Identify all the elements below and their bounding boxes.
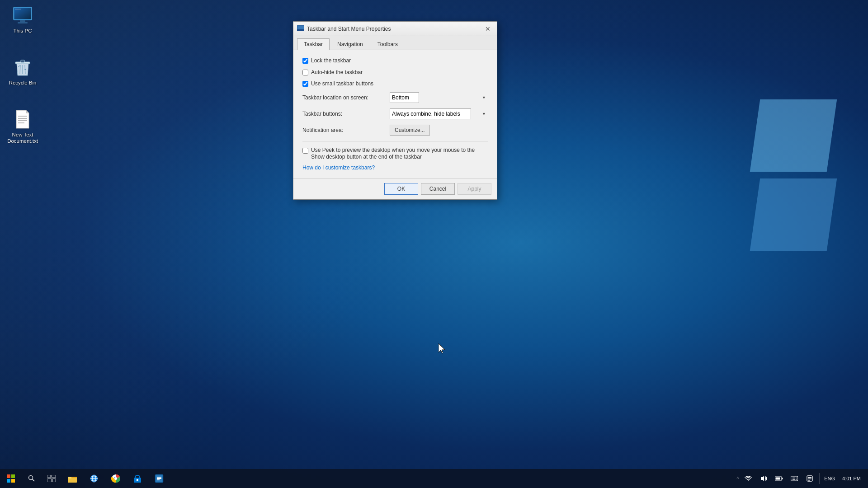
svg-rect-51 — [794, 478, 795, 479]
taskbar-location-select[interactable]: Bottom Top Left Right — [390, 92, 419, 103]
svg-point-37 — [114, 477, 117, 480]
volume-icon — [760, 475, 767, 482]
taskbar-buttons-row: Taskbar buttons: Always combine, hide la… — [302, 108, 488, 119]
settings-icon — [155, 474, 164, 483]
keyboard-tray-icon[interactable] — [788, 469, 801, 488]
recycle-bin-icon — [12, 56, 33, 78]
language-indicator[interactable]: ENG — [822, 476, 837, 481]
auto-hide-label[interactable]: Auto-hide the taskbar — [311, 69, 363, 76]
svg-line-23 — [33, 479, 35, 482]
svg-rect-5 — [15, 9, 21, 10]
dialog-close-button[interactable]: ✕ — [482, 24, 493, 34]
action-center-tray-icon[interactable] — [803, 469, 816, 488]
task-view-button[interactable] — [42, 469, 61, 488]
customize-button[interactable]: Customize... — [390, 125, 430, 136]
auto-hide-checkbox[interactable] — [302, 70, 308, 75]
taskbar-app-ie[interactable] — [83, 469, 105, 488]
notification-area-row: Notification area: Customize... — [302, 125, 488, 136]
tab-toolbars[interactable]: Toolbars — [371, 38, 405, 50]
dialog-content: Lock the taskbar Auto-hide the taskbar U… — [293, 50, 497, 178]
win-shape-1 — [750, 99, 837, 172]
taskbar-app-store[interactable] — [127, 469, 148, 488]
svg-rect-47 — [776, 478, 780, 480]
svg-rect-46 — [782, 478, 783, 479]
taskbar-app-chrome[interactable] — [105, 469, 127, 488]
small-buttons-checkbox[interactable] — [302, 81, 308, 87]
desktop: This PC Recycle Bin — [0, 0, 868, 488]
svg-rect-39 — [137, 479, 138, 481]
taskbar-properties-dialog[interactable]: Taskbar and Start Menu Properties ✕ Task… — [293, 21, 497, 200]
help-link[interactable]: How do I customize taskbars? — [302, 164, 488, 171]
chrome-icon — [111, 474, 120, 483]
new-text-doc-label: New Text Document.txt — [5, 132, 41, 145]
search-button[interactable] — [22, 469, 42, 488]
svg-rect-58 — [808, 479, 811, 479]
wifi-tray-icon[interactable] — [741, 469, 755, 488]
peek-label[interactable]: Use Peek to preview the desktop when you… — [311, 147, 488, 161]
desktop-icon-recycle-bin[interactable]: Recycle Bin — [5, 56, 41, 86]
task-view-icon — [47, 475, 56, 482]
svg-rect-49 — [792, 478, 793, 479]
battery-icon — [775, 476, 783, 481]
text-document-icon — [12, 108, 33, 130]
svg-rect-43 — [157, 478, 161, 479]
svg-line-6 — [20, 65, 20, 74]
dialog-footer: OK Cancel Apply — [293, 178, 497, 199]
svg-rect-18 — [7, 474, 10, 478]
tab-taskbar[interactable]: Taskbar — [297, 38, 330, 50]
svg-rect-42 — [157, 477, 161, 478]
recycle-bin-label: Recycle Bin — [5, 80, 41, 86]
start-button[interactable] — [0, 469, 22, 488]
start-icon — [7, 474, 15, 483]
battery-tray-icon[interactable] — [772, 469, 786, 488]
tray-overflow-button[interactable]: ^ — [736, 476, 740, 481]
svg-rect-21 — [11, 479, 15, 483]
taskbar-buttons-select-wrapper: Always combine, hide labels Combine when… — [390, 108, 488, 119]
taskbar-tray: ^ — [736, 469, 868, 488]
apply-button[interactable]: Apply — [458, 183, 491, 195]
store-icon — [133, 474, 142, 483]
desktop-icon-this-pc[interactable]: This PC — [5, 5, 41, 34]
keyboard-icon — [791, 475, 798, 482]
svg-rect-3 — [20, 20, 25, 22]
ie-icon — [90, 474, 99, 483]
win-shape-2 — [750, 178, 837, 251]
dialog-title-icon — [297, 25, 304, 33]
svg-rect-54 — [793, 479, 795, 480]
tab-navigation[interactable]: Navigation — [330, 38, 370, 50]
taskbar-location-label: Taskbar location on screen: — [302, 94, 386, 101]
desktop-icon-new-text-doc[interactable]: New Text Document.txt — [5, 108, 41, 145]
svg-rect-4 — [18, 22, 28, 23]
small-buttons-label[interactable]: Use small taskbar buttons — [311, 80, 373, 88]
taskbar-app-file-explorer[interactable] — [61, 469, 83, 488]
taskbar-app-settings[interactable] — [148, 469, 170, 488]
lock-taskbar-checkbox[interactable] — [302, 58, 308, 64]
cancel-button[interactable]: Cancel — [421, 183, 455, 195]
tray-separator — [819, 473, 820, 484]
this-pc-icon — [12, 5, 33, 26]
taskbar-location-row: Taskbar location on screen: Bottom Top L… — [302, 92, 488, 103]
svg-rect-20 — [7, 479, 10, 483]
separator — [302, 141, 488, 141]
this-pc-label: This PC — [5, 28, 41, 34]
volume-tray-icon[interactable] — [757, 469, 770, 488]
peek-checkbox[interactable] — [302, 148, 308, 154]
clock-time: 4:01 PM — [842, 475, 861, 482]
svg-rect-19 — [11, 474, 15, 478]
ok-button[interactable]: OK — [384, 183, 418, 195]
svg-rect-29 — [68, 477, 71, 479]
svg-rect-53 — [792, 479, 793, 480]
svg-rect-25 — [52, 475, 56, 478]
svg-rect-48 — [791, 476, 798, 481]
taskbar-clock[interactable]: 4:01 PM — [839, 469, 864, 488]
lock-taskbar-label[interactable]: Lock the taskbar — [311, 57, 351, 65]
svg-rect-57 — [808, 477, 811, 478]
svg-rect-50 — [793, 478, 794, 479]
taskbar-buttons-select[interactable]: Always combine, hide labels Combine when… — [390, 108, 471, 119]
taskbar: ^ — [0, 469, 868, 488]
taskbar-location-select-wrapper: Bottom Top Left Right — [390, 92, 488, 103]
svg-rect-16 — [297, 29, 304, 31]
svg-point-22 — [29, 476, 33, 480]
svg-rect-24 — [47, 475, 51, 478]
small-buttons-row: Use small taskbar buttons — [302, 80, 488, 88]
